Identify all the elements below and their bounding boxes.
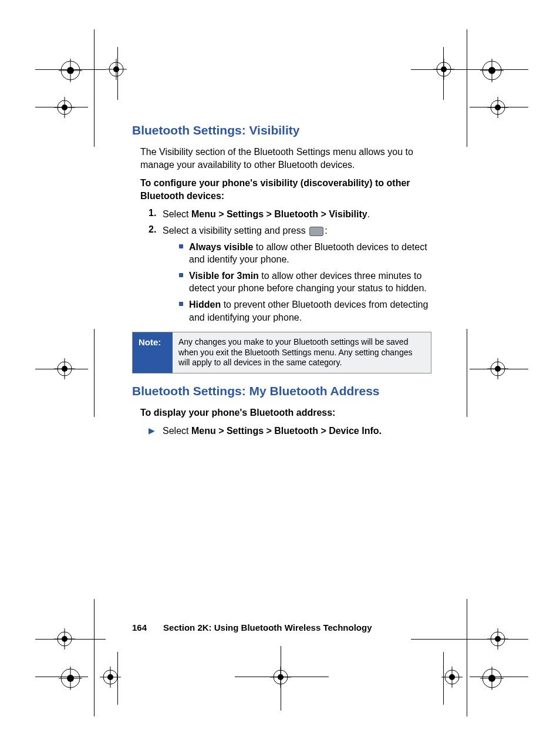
visibility-options: Always visible to allow other Bluetooth … xyxy=(132,241,431,324)
svg-point-20 xyxy=(491,100,505,115)
step-pre: Select xyxy=(163,209,191,219)
address-step: ▶ Select Menu > Settings > Bluetooth > D… xyxy=(132,425,431,438)
step-number: 2. xyxy=(149,224,163,235)
step-text: Select a visibility setting and press : xyxy=(163,224,431,237)
svg-point-17 xyxy=(488,67,495,74)
crop-line xyxy=(467,329,467,417)
step-post: . xyxy=(367,209,370,219)
page-content: Bluetooth Settings: Visibility The Visib… xyxy=(132,123,431,438)
svg-point-48 xyxy=(445,670,459,684)
crop-line xyxy=(35,677,88,677)
step-pre: Select xyxy=(163,426,191,436)
svg-point-36 xyxy=(103,670,117,684)
option-always-visible: Always visible to allow other Bluetooth … xyxy=(179,241,431,266)
registration-mark-icon xyxy=(441,667,463,688)
config-lead: To configure your phone's visibility (di… xyxy=(132,177,431,202)
page-footer: 164Section 2K: Using Bluetooth Wireless … xyxy=(132,622,372,632)
registration-mark-icon xyxy=(106,59,127,80)
svg-point-4 xyxy=(109,62,123,76)
svg-point-16 xyxy=(483,61,501,80)
svg-point-49 xyxy=(449,674,455,680)
crop-line xyxy=(35,639,106,640)
heading-visibility: Bluetooth Settings: Visibility xyxy=(132,123,431,137)
square-bullet-icon xyxy=(179,273,183,277)
crop-line xyxy=(117,652,118,705)
option-text: Always visible to allow other Bluetooth … xyxy=(189,241,431,266)
crop-line xyxy=(470,369,528,369)
step-bold: Menu > Settings > Bluetooth > Device Inf… xyxy=(191,426,382,436)
arrow-bullet-icon: ▶ xyxy=(149,426,163,435)
crop-line xyxy=(94,599,95,716)
step-number: 1. xyxy=(149,208,163,218)
registration-mark-icon xyxy=(480,59,504,82)
section-title: Section 2K: Using Bluetooth Wireless Tec… xyxy=(163,622,372,632)
option-text: Hidden to prevent other Bluetooth device… xyxy=(189,298,431,324)
svg-point-0 xyxy=(61,61,80,80)
heading-bt-address: Bluetooth Settings: My Bluetooth Address xyxy=(132,384,431,398)
crop-line xyxy=(467,599,467,716)
note-label: Note: xyxy=(133,332,173,373)
page-number: 164 xyxy=(132,622,147,632)
square-bullet-icon xyxy=(179,244,183,248)
svg-point-1 xyxy=(67,67,74,74)
crop-line xyxy=(35,107,88,107)
svg-point-9 xyxy=(62,105,68,110)
crop-line xyxy=(470,107,528,107)
ok-key-icon xyxy=(309,227,323,236)
option-rest: to prevent other Bluetooth devices from … xyxy=(189,300,428,322)
option-text: Visible for 3min to allow other devices … xyxy=(189,270,431,295)
step-text: Select Menu > Settings > Bluetooth > Vis… xyxy=(163,208,431,221)
svg-point-8 xyxy=(58,100,72,115)
crop-line xyxy=(411,639,528,640)
registration-mark-icon xyxy=(59,667,82,690)
address-lead: To display your phone's Bluetooth addres… xyxy=(132,406,431,419)
option-bold: Always visible xyxy=(189,242,253,252)
svg-point-37 xyxy=(107,674,113,680)
intro-paragraph: The Visibility section of the Bluetooth … xyxy=(132,146,431,171)
crop-line xyxy=(94,29,95,147)
crop-line xyxy=(470,677,528,677)
option-visible-3min: Visible for 3min to allow other devices … xyxy=(179,270,431,295)
crop-line xyxy=(35,69,106,70)
step-2: 2. Select a visibility setting and press… xyxy=(132,224,431,237)
crop-line xyxy=(117,47,118,100)
option-bold: Hidden xyxy=(189,300,221,309)
step-pre: Select a visibility setting and press xyxy=(163,226,308,235)
step-post: : xyxy=(325,226,327,235)
note-body: Any changes you make to your Bluetooth s… xyxy=(173,332,431,373)
registration-mark-icon xyxy=(54,97,75,118)
option-hidden: Hidden to prevent other Bluetooth device… xyxy=(179,298,431,324)
crop-line xyxy=(443,47,444,100)
step-1: 1. Select Menu > Settings > Bluetooth > … xyxy=(132,208,431,221)
svg-point-53 xyxy=(488,675,495,682)
note-box: Note: Any changes you make to your Bluet… xyxy=(132,332,431,374)
crop-line xyxy=(281,646,281,711)
crop-line xyxy=(411,69,528,70)
svg-point-5 xyxy=(113,66,119,72)
crop-line xyxy=(35,369,88,369)
svg-point-33 xyxy=(67,675,74,682)
crop-line xyxy=(235,677,329,677)
crop-line xyxy=(94,329,95,417)
registration-mark-icon xyxy=(480,667,504,690)
step-bold: Menu > Settings > Bluetooth > Visibility xyxy=(191,209,367,219)
registration-mark-icon xyxy=(487,97,508,118)
square-bullet-icon xyxy=(179,302,183,306)
crop-line xyxy=(443,652,444,705)
crop-line xyxy=(467,29,467,147)
svg-point-32 xyxy=(61,669,80,688)
svg-point-21 xyxy=(495,105,501,110)
svg-point-52 xyxy=(483,669,501,688)
option-bold: Visible for 3min xyxy=(189,271,259,281)
address-step-text: Select Menu > Settings > Bluetooth > Dev… xyxy=(163,425,431,438)
registration-mark-icon xyxy=(59,59,82,82)
